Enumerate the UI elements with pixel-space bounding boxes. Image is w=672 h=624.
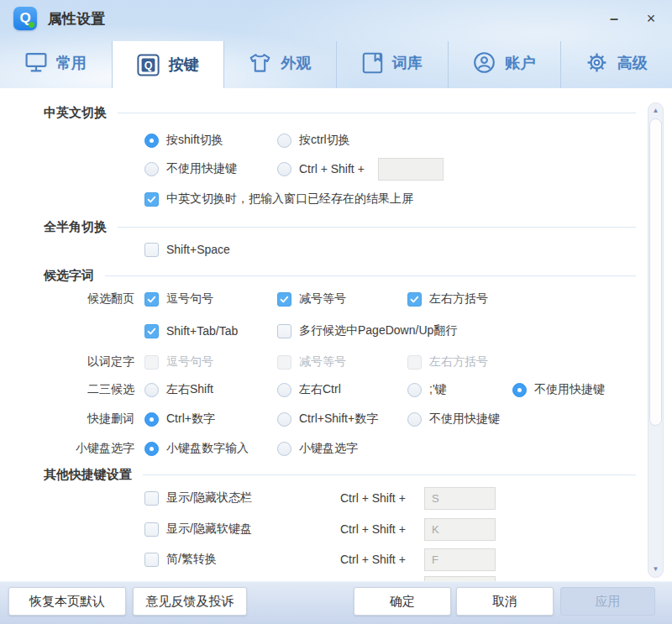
option-label: 显示/隐藏软键盘 xyxy=(166,522,252,537)
hotkey-input-statusbar xyxy=(424,487,496,510)
cancel-button[interactable]: 取消 xyxy=(456,587,554,616)
checkbox-commit-on-switch[interactable]: 中英文切换时，把输入窗口已经存在的结果上屏 xyxy=(144,185,413,213)
minimize-button[interactable]: – xyxy=(603,8,625,29)
radio-selected-icon xyxy=(144,412,159,427)
radio-no-hotkey-second-third[interactable]: 不使用快捷键 xyxy=(512,375,605,404)
checkbox-checked-icon xyxy=(407,292,422,307)
second-third-row: 二三候选 左右Shift 左右Ctrl ;'键 不使用快捷键 xyxy=(0,375,672,404)
tab-keys[interactable]: Q 按键 xyxy=(113,41,224,88)
checkbox-toggle-softkeyboard[interactable]: 显示/隐藏软键盘 xyxy=(144,515,252,543)
option-label: Ctrl + Shift + xyxy=(299,162,365,176)
option-label: 按ctrl切换 xyxy=(299,133,350,148)
checkbox-brackets[interactable]: 左右方括号 xyxy=(407,285,488,313)
option-label: 小键盘选字 xyxy=(299,441,358,456)
radio-unselected-icon xyxy=(277,442,291,456)
section-rule xyxy=(143,475,636,475)
option-label: 减号等号 xyxy=(299,354,346,370)
radio-lr-shift[interactable]: 左右Shift xyxy=(144,375,213,404)
option-label: 按shift切换 xyxy=(166,133,223,148)
scroll-up-icon[interactable]: ▲ xyxy=(648,105,663,117)
option-label: 中英文切换时，把输入窗口已经存在的结果上屏 xyxy=(166,191,413,207)
option-row: Shift+Space xyxy=(0,235,672,264)
tab-account[interactable]: 账户 xyxy=(449,37,560,88)
row-label-paging: 候选翻页 xyxy=(87,285,134,313)
option-label: 逗号句号 xyxy=(166,354,213,370)
logo-green-dot-icon xyxy=(29,22,34,28)
feedback-button[interactable]: 意见反馈及投诉 xyxy=(133,587,247,616)
radio-ctrl-number[interactable]: Ctrl+数字 xyxy=(144,405,215,433)
tab-dictionary[interactable]: 词库 xyxy=(337,37,449,88)
radio-unselected-icon xyxy=(144,162,159,176)
checkbox-checked-icon xyxy=(144,292,159,307)
radio-ctrl-shift-custom[interactable]: Ctrl + Shift + xyxy=(277,155,365,183)
radio-unselected-icon xyxy=(277,162,291,176)
row-label-quick-delete: 快捷删词 xyxy=(87,405,134,433)
ok-button[interactable]: 确定 xyxy=(354,587,451,616)
tab-advanced[interactable]: 高级 xyxy=(561,37,672,88)
scrollbar-thumb[interactable] xyxy=(649,118,662,426)
radio-unselected-icon xyxy=(407,383,422,397)
section-rule xyxy=(118,227,636,228)
apply-button[interactable]: 应用 xyxy=(560,587,655,616)
tab-label: 按键 xyxy=(169,55,199,75)
custom-hotkey-input[interactable] xyxy=(378,158,444,181)
window-title: 属性设置 xyxy=(48,9,105,29)
checkbox-simplified-traditional[interactable]: 简/繁转换 xyxy=(144,545,217,574)
option-label: 不使用快捷键 xyxy=(429,412,500,427)
keycap-icon: Q xyxy=(137,54,160,76)
section-title: 全半角切换 xyxy=(44,219,107,235)
checkbox-disabled-icon xyxy=(277,355,291,370)
option-label: Ctrl+Shift+数字 xyxy=(299,412,378,427)
radio-no-hotkey[interactable]: 不使用快捷键 xyxy=(144,155,237,183)
tab-common[interactable]: 常用 xyxy=(0,37,112,88)
checkbox-multirow-pagedown[interactable]: 多行候选中PageDown/Up翻行 xyxy=(277,317,457,345)
radio-no-hotkey-quick-delete[interactable]: 不使用快捷键 xyxy=(407,405,500,433)
row-label-second-third: 二三候选 xyxy=(87,375,134,404)
checkbox-shift-tab[interactable]: Shift+Tab/Tab xyxy=(144,317,238,345)
settings-content: 中英文切换 按shift切换 按ctrl切换 不使用快捷键 Ctrl + Shi… xyxy=(0,88,672,581)
vertical-scrollbar[interactable]: ▲ ▼ xyxy=(648,102,664,578)
radio-numpad-digit-input[interactable]: 小键盘数字输入 xyxy=(144,434,249,463)
radio-unselected-icon xyxy=(277,134,291,148)
close-button[interactable]: × xyxy=(640,8,662,29)
shortcut-row-statusbar: 显示/隐藏状态栏 Ctrl + Shift + xyxy=(0,484,672,512)
section-title: 其他快捷键设置 xyxy=(44,467,132,483)
checkbox-checked-icon xyxy=(144,192,159,207)
checkbox-minus-equal-disabled: 减号等号 xyxy=(277,348,346,376)
option-row: 按shift切换 按ctrl切换 xyxy=(0,126,672,155)
numpad-row: 小键盘选字 小键盘数字输入 小键盘选字 xyxy=(0,434,672,463)
checkbox-minus-equal[interactable]: 减号等号 xyxy=(277,285,346,313)
tab-label: 外观 xyxy=(281,53,311,73)
checkbox-unchecked-icon xyxy=(277,324,291,338)
word-pick-row: 以词定字 逗号句号 减号等号 左右方括号 xyxy=(0,348,672,376)
checkbox-disabled-icon xyxy=(407,355,422,370)
option-label: Shift+Space xyxy=(166,243,230,256)
app-logo-icon: Q xyxy=(13,7,37,30)
option-label: 左右Ctrl xyxy=(299,382,341,397)
dictionary-icon xyxy=(362,52,383,74)
checkbox-unchecked-icon xyxy=(144,491,159,506)
svg-text:Q: Q xyxy=(144,59,152,71)
radio-numpad-select[interactable]: 小键盘选字 xyxy=(277,434,358,463)
tab-label: 常用 xyxy=(56,53,87,73)
tab-appearance[interactable]: 外观 xyxy=(224,37,336,88)
option-label: 左右方括号 xyxy=(429,291,488,307)
option-label: 不使用快捷键 xyxy=(534,382,605,397)
restore-defaults-button[interactable]: 恢复本页默认 xyxy=(8,587,126,616)
checkbox-shift-space[interactable]: Shift+Space xyxy=(144,235,230,264)
checkbox-toggle-statusbar[interactable]: 显示/隐藏状态栏 xyxy=(144,484,252,512)
checkbox-comma-period-disabled: 逗号句号 xyxy=(144,348,213,376)
radio-shift-toggle[interactable]: 按shift切换 xyxy=(144,126,223,155)
scroll-down-icon[interactable]: ▼ xyxy=(648,564,663,575)
tab-label: 账户 xyxy=(505,53,535,73)
quick-delete-row: 快捷删词 Ctrl+数字 Ctrl+Shift+数字 不使用快捷键 xyxy=(0,405,672,433)
checkbox-comma-period[interactable]: 逗号句号 xyxy=(144,285,213,313)
radio-ctrl-toggle[interactable]: 按ctrl切换 xyxy=(277,126,350,155)
checkbox-unchecked-icon xyxy=(144,243,159,257)
section-candidate-words: 候选字词 xyxy=(0,266,672,285)
radio-lr-ctrl[interactable]: 左右Ctrl xyxy=(277,375,341,404)
radio-semicolon-quote[interactable]: ;'键 xyxy=(407,375,447,404)
radio-ctrl-shift-number[interactable]: Ctrl+Shift+数字 xyxy=(277,405,378,433)
radio-unselected-icon xyxy=(407,412,422,427)
checkbox-unchecked-icon xyxy=(144,553,159,567)
